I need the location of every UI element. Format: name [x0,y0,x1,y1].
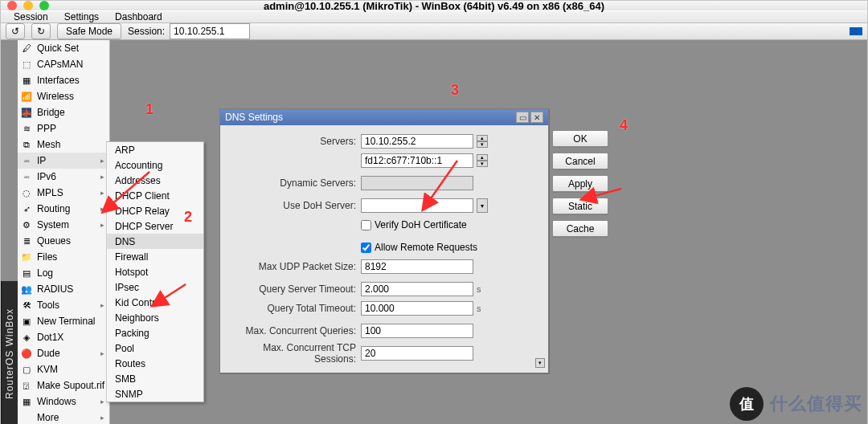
dialog-title: DNS Settings [225,112,283,123]
verify-doh-checkbox[interactable]: Verify DoH Certificate [361,219,467,230]
cache-button[interactable]: Cache [552,220,608,237]
sidebar-icon: ⬚ [21,59,32,69]
static-button[interactable]: Static [552,198,608,214]
sidebar-item-more[interactable]: More▸ [18,410,109,424]
submenu-item-firewall[interactable]: Firewall [107,249,203,264]
query-server-to-input[interactable] [361,282,473,296]
sidebar-icon: 🛠 [21,300,32,310]
sidebar-item-interfaces[interactable]: ▦Interfaces [18,72,109,88]
sidebar-item-log[interactable]: ▤Log [18,265,109,281]
sidebar-item-quick-set[interactable]: 🖊Quick Set [18,40,109,56]
submenu-item-ipsec[interactable]: IPsec [107,279,203,295]
server1-input[interactable] [361,134,473,149]
sidebar-item-windows[interactable]: ▦Windows▸ [18,393,109,410]
sidebar-label: IPv6 [37,171,56,182]
submenu-item-dhcp-relay[interactable]: DHCP Relay [107,203,203,218]
sidebar-item-queues[interactable]: ≣Queues [18,233,109,249]
dialog-minimize-icon[interactable]: ▭ [516,112,529,123]
ok-button[interactable]: OK [552,130,608,147]
sidebar-item-new-terminal[interactable]: ▣New Terminal [18,313,109,329]
sidebar-label: Wireless [37,91,74,102]
sidebar-item-make-supout-rif[interactable]: ⍰Make Supout.rif [18,377,109,393]
doh-server-input[interactable] [361,198,473,213]
menu-dashboard[interactable]: Dashboard [107,11,170,22]
sidebar-icon: 👥 [21,284,32,294]
minimize-icon[interactable] [23,1,33,10]
workspace: RouterOS WinBox 🖊Quick Set⬚CAPsMAN▦Inter… [1,40,867,424]
maximize-icon[interactable] [39,1,49,10]
menu-settings[interactable]: Settings [56,11,107,22]
undo-button[interactable]: ↺ [6,23,25,39]
cancel-button[interactable]: Cancel [552,153,608,169]
chevron-right-icon: ▸ [100,398,104,406]
server2-input[interactable] [361,153,473,168]
max-conc-tcp-input[interactable] [361,346,473,361]
submenu-item-snmp[interactable]: SNMP [107,386,203,402]
sidebar-item-capsman[interactable]: ⬚CAPsMAN [18,56,109,72]
sidebar-icon: ≣ [21,236,32,246]
sidebar-item-ppp[interactable]: ≋PPP [18,120,109,137]
sidebar-item-files[interactable]: 📁Files [18,249,109,265]
sidebar-item-bridge[interactable]: 🌉Bridge [18,104,109,120]
allow-remote-checkbox[interactable]: Allow Remote Requests [361,242,477,253]
watermark-badge: 值 [730,387,764,421]
chevron-right-icon: ▸ [100,414,104,422]
submenu-item-kid-control[interactable]: Kid Control [107,295,203,310]
sidebar-label: Make Supout.rif [37,380,104,391]
submenu-item-routes[interactable]: Routes [107,356,203,371]
submenu-item-addresses[interactable]: Addresses [107,173,203,188]
dialog-titlebar[interactable]: DNS Settings ▭ ✕ [220,109,548,125]
sidebar-item-dot1x[interactable]: ◈Dot1X [18,329,109,345]
watermark-text: 什么值得买 [770,392,862,416]
chevron-right-icon: ▸ [100,173,104,181]
sidebar-label: New Terminal [37,316,95,327]
apply-button[interactable]: Apply [552,175,608,192]
doh-dropdown-icon[interactable]: ▾ [477,198,488,213]
dialog-close-icon[interactable]: ✕ [530,112,543,123]
sidebar-item-mpls[interactable]: ◌MPLS▸ [18,185,109,201]
submenu-item-accounting[interactable]: Accounting [107,157,203,173]
redo-button[interactable]: ↻ [31,23,51,39]
sidebar-item-wireless[interactable]: 📶Wireless [18,88,109,104]
submenu-item-hotspot[interactable]: Hotspot [107,264,203,279]
submenu-item-dhcp-client[interactable]: DHCP Client [107,188,203,203]
sidebar-icon: ▦ [21,75,32,85]
submenu-item-pool[interactable]: Pool [107,340,203,356]
sidebar-label: Tools [37,300,59,311]
sidebar-label: RADIUS [37,283,73,295]
sidebar-icon: 🖊 [21,43,32,53]
flag-icon[interactable] [850,27,862,35]
query-total-to-input[interactable] [361,301,473,316]
sidebar-item-tools[interactable]: 🛠Tools▸ [18,297,109,313]
sidebar-item-radius[interactable]: 👥RADIUS [18,281,109,297]
max-conc-q-input[interactable] [361,324,473,338]
sidebar-item-mesh[interactable]: ⧉Mesh [18,137,109,153]
submenu-item-dns[interactable]: DNS [107,234,203,249]
safe-mode-button[interactable]: Safe Mode [57,23,121,39]
toolbar: ↺ ↻ Safe Mode Session: [1,23,867,40]
sidebar-item-ipv6[interactable]: ⎓IPv6▸ [18,169,109,185]
submenu-item-neighbors[interactable]: Neighbors [107,310,203,325]
server2-stepper[interactable]: ▴▾ [477,154,488,167]
servers-label: Servers: [228,136,361,147]
sidebar-item-kvm[interactable]: ▢KVM [18,361,109,377]
server1-stepper[interactable]: ▴▾ [477,135,488,148]
session-field[interactable] [170,23,250,39]
sidebar-item-routing[interactable]: ➶Routing▸ [18,201,109,217]
session-box: Session: [128,23,250,39]
scroll-down-icon[interactable]: ▾ [535,358,545,368]
max-udp-input[interactable] [361,259,473,274]
titlebar[interactable]: admin@10.10.255.1 (MikroTik) - WinBox (6… [1,1,867,10]
submenu-item-arp[interactable]: ARP [107,142,203,157]
sidebar-item-system[interactable]: ⚙System▸ [18,217,109,233]
submenu-item-smb[interactable]: SMB [107,371,203,386]
submenu-item-dhcp-server[interactable]: DHCP Server [107,218,203,234]
sidebar-item-ip[interactable]: ⎓IP▸ [18,153,109,169]
submenu-item-packing[interactable]: Packing [107,325,203,340]
sidebar-label: Dot1X [37,332,63,343]
sidebar-icon: 📁 [21,252,32,262]
close-icon[interactable] [7,1,17,10]
menu-session[interactable]: Session [6,11,56,22]
sidebar-icon: ◈ [21,332,32,342]
sidebar-item-dude[interactable]: 🔴Dude▸ [18,345,109,361]
